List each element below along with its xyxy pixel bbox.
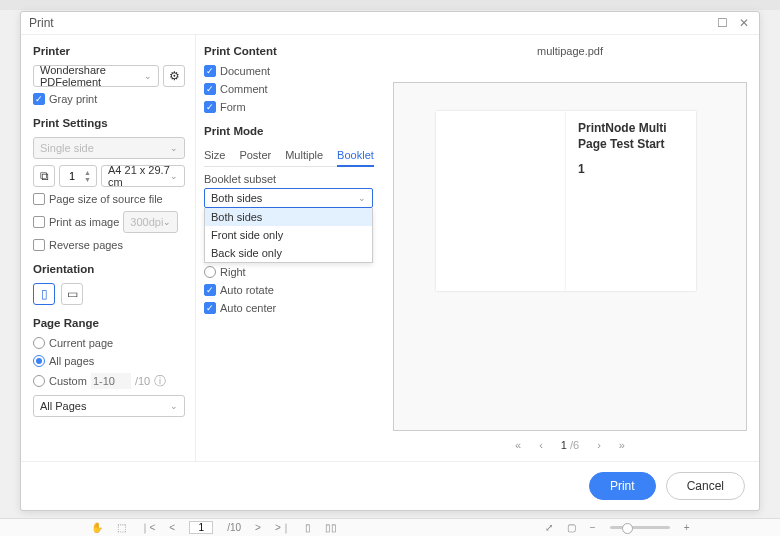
booklet-subset-select[interactable]: Both sides⌄ <box>204 188 373 208</box>
chevron-down-icon: ⌄ <box>170 143 178 153</box>
maximize-icon[interactable]: ☐ <box>715 16 729 30</box>
preview-filename: multipage.pdf <box>393 45 747 57</box>
close-icon[interactable]: ✕ <box>737 16 751 30</box>
all-pages-radio[interactable] <box>33 355 45 367</box>
custom-radio[interactable] <box>33 375 45 387</box>
pager-current: 1 <box>561 439 567 451</box>
pager-next-icon[interactable]: › <box>597 439 601 451</box>
gray-print-checkbox[interactable] <box>33 93 45 105</box>
page-source-label: Page size of source file <box>49 193 163 205</box>
tab-multiple[interactable]: Multiple <box>285 145 323 166</box>
zoom-in-icon[interactable]: + <box>684 522 690 533</box>
option-back-only[interactable]: Back side only <box>205 244 372 262</box>
pager-last-icon[interactable]: » <box>619 439 625 451</box>
tab-poster[interactable]: Poster <box>239 145 271 166</box>
booklet-subset-menu: Both sides Front side only Back side onl… <box>204 208 373 263</box>
bb-prev-icon[interactable]: < <box>169 522 175 533</box>
bb-last-icon[interactable]: >｜ <box>275 521 291 535</box>
printer-heading: Printer <box>33 45 185 57</box>
chevron-down-icon: ⌄ <box>170 171 178 181</box>
reverse-checkbox[interactable] <box>33 239 45 251</box>
printer-select[interactable]: Wondershare PDFelement⌄ <box>33 65 159 87</box>
right-label: Right <box>220 266 246 278</box>
custom-total: /10 <box>135 375 150 387</box>
bb-next-icon[interactable]: > <box>255 522 261 533</box>
fit-width-icon[interactable]: ⤢ <box>545 522 553 533</box>
gray-print-label: Gray print <box>49 93 97 105</box>
print-as-image-label: Print as image <box>49 216 119 228</box>
preview-pager: « ‹ 1 /6 › » <box>393 439 747 451</box>
paper-size-select[interactable]: A4 21 x 29.7 cm⌄ <box>101 165 185 187</box>
pager-prev-icon[interactable]: ‹ <box>539 439 543 451</box>
preview-area: PrintNode Multi Page Test Start 1 <box>393 82 747 431</box>
form-label: Form <box>220 101 246 113</box>
print-mode-heading: Print Mode <box>204 125 373 137</box>
pager-total: /6 <box>570 439 579 451</box>
pager-first-icon[interactable]: « <box>515 439 521 451</box>
landscape-icon[interactable]: ▭ <box>61 283 83 305</box>
current-page-label: Current page <box>49 337 113 349</box>
left-panel: Printer Wondershare PDFelement⌄ ⚙ Gray p… <box>21 35 196 461</box>
document-label: Document <box>220 65 270 77</box>
current-page-radio[interactable] <box>33 337 45 349</box>
custom-range-input[interactable] <box>91 373 131 389</box>
bb-single-page-icon[interactable]: ▯ <box>305 522 311 533</box>
copies-stepper[interactable]: ▲▼ <box>59 165 97 187</box>
hand-tool-icon[interactable]: ✋ <box>91 522 103 533</box>
chevron-down-icon: ⌄ <box>358 193 366 203</box>
bb-page-input[interactable] <box>189 521 213 534</box>
info-icon: ⓘ <box>154 374 166 389</box>
all-pages-label: All pages <box>49 355 94 367</box>
booklet-subset-heading: Booklet subset <box>204 173 373 185</box>
bb-total: /10 <box>227 522 241 533</box>
zoom-slider[interactable] <box>610 526 670 529</box>
right-radio[interactable] <box>204 266 216 278</box>
page-source-checkbox[interactable] <box>33 193 45 205</box>
custom-label: Custom <box>49 375 87 387</box>
page-range-heading: Page Range <box>33 317 185 329</box>
print-as-image-checkbox[interactable] <box>33 216 45 228</box>
form-checkbox[interactable] <box>204 101 216 113</box>
auto-center-checkbox[interactable] <box>204 302 216 314</box>
print-button[interactable]: Print <box>589 472 656 500</box>
bb-two-page-icon[interactable]: ▯▯ <box>325 522 337 533</box>
print-dialog: Print ☐ ✕ Printer Wondershare PDFelement… <box>20 11 760 511</box>
orientation-heading: Orientation <box>33 263 185 275</box>
select-tool-icon[interactable]: ⬚ <box>117 522 126 533</box>
chevron-down-icon: ⌄ <box>170 401 178 411</box>
preview-page-left <box>436 111 566 291</box>
tab-booklet[interactable]: Booklet <box>337 145 374 167</box>
print-settings-heading: Print Settings <box>33 117 185 129</box>
copies-icon[interactable]: ⧉ <box>33 165 55 187</box>
portrait-icon[interactable]: ▯ <box>33 283 55 305</box>
reverse-label: Reverse pages <box>49 239 123 251</box>
preview-page-number: 1 <box>578 162 684 176</box>
middle-panel: Print Content Document Comment Form Prin… <box>196 35 381 461</box>
dpi-select[interactable]: 300dpi⌄ <box>123 211 178 233</box>
copies-input[interactable] <box>60 170 84 182</box>
option-front-only[interactable]: Front side only <box>205 226 372 244</box>
comment-checkbox[interactable] <box>204 83 216 95</box>
mode-tabs: Size Poster Multiple Booklet <box>204 145 373 167</box>
zoom-out-icon[interactable]: − <box>590 522 596 533</box>
option-both-sides[interactable]: Both sides <box>205 208 372 226</box>
sides-select[interactable]: Single side⌄ <box>33 137 185 159</box>
dialog-footer: Print Cancel <box>21 461 759 510</box>
titlebar: Print ☐ ✕ <box>21 12 759 35</box>
tab-size[interactable]: Size <box>204 145 225 166</box>
bb-first-icon[interactable]: ｜< <box>140 521 156 535</box>
auto-center-label: Auto center <box>220 302 276 314</box>
all-pages-select[interactable]: All Pages⌄ <box>33 395 185 417</box>
auto-rotate-label: Auto rotate <box>220 284 274 296</box>
fit-page-icon[interactable]: ▢ <box>567 522 576 533</box>
booklet-subset-dropdown: Both sides⌄ Both sides Front side only B… <box>204 188 373 208</box>
preview-page-title: PrintNode Multi Page Test Start <box>578 121 684 152</box>
preview-page-right: PrintNode Multi Page Test Start 1 <box>566 111 696 291</box>
document-checkbox[interactable] <box>204 65 216 77</box>
print-content-heading: Print Content <box>204 45 373 57</box>
right-panel: multipage.pdf PrintNode Multi Page Test … <box>381 35 759 461</box>
cancel-button[interactable]: Cancel <box>666 472 745 500</box>
chevron-down-icon: ⌄ <box>144 71 152 81</box>
auto-rotate-checkbox[interactable] <box>204 284 216 296</box>
printer-settings-icon[interactable]: ⚙ <box>163 65 185 87</box>
